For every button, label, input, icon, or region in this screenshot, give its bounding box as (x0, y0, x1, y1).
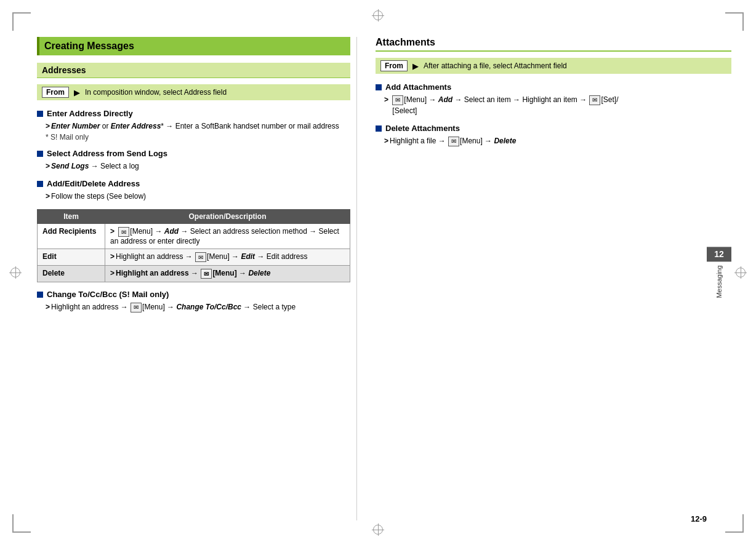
change-tocc-title: Change To/Cc/Bcc (S! Mail only) (37, 290, 350, 299)
corner-mark-br (725, 514, 744, 533)
blue-square-icon3 (37, 181, 43, 187)
corner-mark-bl (12, 514, 31, 533)
enter-address-item-1: >Enter Number or Enter Address* → Enter … (37, 121, 350, 132)
delete-attachments-title: Delete Attachments (376, 124, 731, 133)
side-mark-right (734, 266, 747, 279)
enter-address-footnote: * S! Mail only (37, 133, 350, 141)
add-attachments-item-1: > ✉[Menu] → Add → Select an item → Highl… (376, 94, 731, 116)
enter-address-title: Enter Address Directly (37, 109, 350, 118)
select-address-title: Select Address from Send Logs (37, 149, 350, 158)
attachments-from-arrow: ▶ (412, 62, 419, 71)
addresses-from-instruction: In composition window, select Address fi… (85, 88, 227, 97)
menu-icon-del-att: ✉ (448, 137, 459, 146)
menu-icon-change: ✉ (131, 303, 142, 312)
add-edit-delete-title: Add/Edit/Delete Address (37, 179, 350, 188)
table-cell-item-delete: Delete (38, 266, 105, 282)
blue-square-icon2 (37, 151, 43, 157)
enter-address-block: Enter Address Directly >Enter Number or … (37, 109, 350, 141)
chapter-label: Messaging (715, 265, 723, 298)
select-address-block: Select Address from Send Logs >Send Logs… (37, 149, 350, 172)
page-sidebar: 12 Messaging (707, 247, 731, 298)
attachments-from-bar: From ▶ After attaching a file, select At… (376, 58, 731, 74)
attachments-header: Attachments (376, 37, 731, 52)
attachments-from-instruction: After attaching a file, select Attachmen… (424, 62, 567, 70)
left-column: Creating Messages Addresses From ▶ In co… (37, 37, 357, 520)
add-edit-delete-block: Add/Edit/Delete Address >Follow the step… (37, 179, 350, 202)
table-cell-item-add: Add Recipients (38, 224, 105, 249)
table-cell-item-edit: Edit (38, 249, 105, 266)
change-tocc-block: Change To/Cc/Bcc (S! Mail only) >Highlig… (37, 290, 350, 312)
page-container: Creating Messages Addresses From ▶ In co… (0, 0, 756, 545)
table-row: Add Recipients > ✉[Menu] → Add → Select … (38, 224, 350, 249)
change-tocc-item-1: >Highlight an address → ✉[Menu] → Change… (37, 301, 350, 312)
add-attachments-block: Add Attachments > ✉[Menu] → Add → Select… (376, 82, 731, 116)
menu-icon: ✉ (118, 227, 129, 237)
select-address-item-1: >Send Logs → Select a log (37, 161, 350, 172)
table-header-item: Item (38, 210, 105, 224)
menu-icon-edit: ✉ (195, 252, 206, 262)
add-edit-delete-item-1: >Follow the steps (See below) (37, 191, 350, 202)
blue-square-icon (37, 111, 43, 117)
addresses-from-bar: From ▶ In composition window, select Add… (37, 84, 350, 100)
add-attachments-title: Add Attachments (376, 82, 731, 92)
change-tocc-title-text: Change To/Cc/Bcc (S! Mail only) (47, 290, 169, 299)
delete-attachments-block: Delete Attachments >Highlight a file → ✉… (376, 124, 731, 146)
menu-icon-att1: ✉ (392, 95, 403, 105)
menu-icon-delete: ✉ (201, 269, 212, 279)
corner-mark-tl (12, 12, 31, 31)
enter-address-title-text: Enter Address Directly (47, 109, 133, 118)
delete-attachments-title-text: Delete Attachments (385, 124, 460, 133)
side-mark-left (9, 266, 22, 279)
table-header-operation: Operation/Description (105, 210, 350, 224)
main-section-title-box: Creating Messages (37, 37, 350, 55)
delete-attachments-item-1: >Highlight a file → ✉[Menu] → Delete (376, 135, 731, 146)
select-address-title-text: Select Address from Send Logs (47, 149, 167, 158)
corner-mark-tr (725, 12, 744, 31)
add-attachments-title-text: Add Attachments (385, 82, 451, 92)
addresses-from-arrow: ▶ (74, 88, 80, 97)
cross-bottom (372, 523, 384, 536)
menu-icon-att2: ✉ (589, 95, 600, 105)
table-row: Edit >Highlight an address → ✉[Menu] → E… (38, 249, 350, 266)
addresses-title: Addresses (42, 65, 345, 75)
table-cell-op-edit: >Highlight an address → ✉[Menu] → Edit →… (105, 249, 350, 266)
table-cell-op-delete: >Highlight an address → ✉[Menu] → Delete (105, 266, 350, 282)
attachments-from-badge: From (380, 60, 408, 71)
addresses-from-badge: From (42, 87, 69, 98)
blue-square-icon6 (376, 125, 382, 132)
add-edit-delete-title-text: Add/Edit/Delete Address (47, 179, 140, 188)
right-column: Attachments From ▶ After attaching a fil… (369, 37, 731, 520)
blue-square-icon5 (376, 84, 382, 90)
address-table: Item Operation/Description Add Recipient… (37, 209, 350, 282)
page-number: 12-9 (691, 514, 707, 523)
blue-square-icon4 (37, 292, 43, 298)
attachments-title: Attachments (376, 37, 731, 48)
cross-top (372, 9, 384, 22)
addresses-subsection-header: Addresses (37, 63, 350, 78)
table-row: Delete >Highlight an address → ✉[Menu] →… (38, 266, 350, 282)
main-section-title: Creating Messages (44, 41, 343, 52)
chapter-number: 12 (707, 247, 731, 261)
table-cell-op-add: > ✉[Menu] → Add → Select an address sele… (105, 224, 350, 249)
